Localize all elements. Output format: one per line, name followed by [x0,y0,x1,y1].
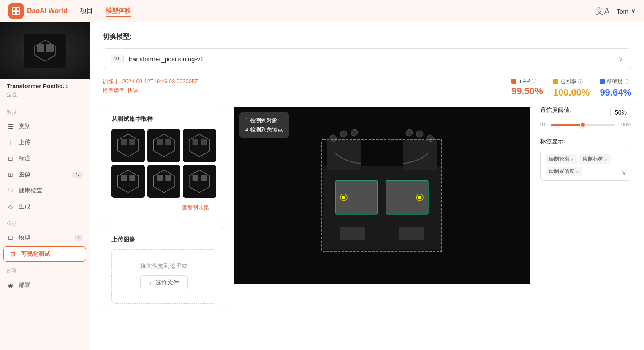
svg-rect-16 [165,139,171,145]
tag-confidence-close-icon[interactable]: × [576,169,579,174]
svg-rect-7 [46,44,54,52]
select-file-button[interactable]: ↑ 选择文件 [140,275,188,290]
tag-labels-close-icon[interactable]: × [605,157,607,162]
sidebar-item-model[interactable]: ⊟ 模型 1 [0,230,90,246]
visualtest-icon: ⊟ [9,250,16,258]
svg-rect-48 [399,227,424,240]
generate-icon: ◇ [7,203,14,211]
nav-item-model-experience[interactable]: 模型体验 [106,5,131,17]
nav-item-project[interactable]: 项目 [80,5,93,17]
user-name: Tom [617,8,628,15]
nav-user[interactable]: Tom ∨ [617,7,636,15]
svg-rect-21 [111,167,145,196]
svg-rect-23 [121,175,127,181]
svg-point-42 [427,135,434,142]
annotate-icon: ⊡ [7,155,14,162]
sidebar-item-categories[interactable]: ☰ 类别 [0,118,90,134]
sidebar-item-images[interactable]: ⊞ 图像 77 [0,167,90,183]
images-badge: 77 [72,172,83,178]
model-selector[interactable]: v1 transformer_positioning-v1 ∨ [103,48,631,69]
slider-row: 0% 100% [540,122,631,128]
svg-rect-1 [16,8,19,11]
confidence-section: 置信度阈值: 50% 0% 100% [540,107,631,128]
sidebar-item-visual-test[interactable]: ⊟ 可视化测试 [3,246,86,262]
train-type: 模型类型: 快速 [103,87,511,95]
svg-rect-4 [24,34,66,68]
confidence-header: 置信度阈值: 50% [540,107,631,118]
model-icon: ⊟ [7,234,14,241]
confidence-slider[interactable] [551,124,615,126]
svg-rect-6 [37,44,44,52]
slider-fill [551,124,583,126]
metric-map: mAP ⓘ 99.50% [511,78,543,98]
sidebar-item-upload[interactable]: ↑ 上传 [0,134,90,150]
svg-rect-9 [111,131,145,160]
upload-drop-area[interactable]: 将文件拖到这里或 ↑ 选择文件 [111,249,216,304]
svg-rect-31 [193,175,198,181]
svg-rect-29 [183,167,216,196]
svg-rect-2 [13,11,16,14]
tag-box: 绘制轮廓 × 绘制标签 × 绘制置信度 × [540,150,631,181]
svg-rect-0 [13,8,16,11]
slider-thumb [580,122,586,128]
sample-thumb-2[interactable] [147,129,181,162]
tag-display-label: 标签显示: [540,138,631,145]
slider-max-label: 100% [618,122,631,128]
svg-rect-3 [16,11,19,14]
tag-display-section: 标签显示: 绘制轮廓 × 绘制标签 × [540,138,631,181]
sidebar-item-deploy[interactable]: ◉ 部署 [0,277,90,293]
sample-panel-title: 从测试集中取样 [111,115,216,123]
sidebar-item-health[interactable]: ♡ 健康检查 [0,183,90,199]
svg-point-37 [330,135,337,142]
right-panel: 置信度阈值: 50% 0% 100% 标 [538,107,631,312]
svg-rect-25 [147,167,181,196]
sample-thumb-3[interactable] [183,129,216,162]
model-type-value: 快速 [128,88,139,94]
nav-logo[interactable]: DaoAI World [8,3,68,19]
left-panels: 从测试集中取样 [103,107,225,312]
tag-outline-close-icon[interactable]: × [571,157,573,162]
tag-item-labels: 绘制标签 × [579,154,611,164]
upload-panel-title: 上传图像 [111,236,216,243]
main-layout: Transformer Positio..: 定位 数据 ☰ 类别 ↑ 上传 ⊡… [0,22,644,350]
svg-rect-28 [165,175,171,181]
metric-recall-label: 召回率 ⓘ [553,78,590,85]
view-test-link[interactable]: 查看测试集 → [111,204,216,211]
svg-rect-44 [386,180,428,214]
nav-items: 项目 模型体验 [80,5,131,17]
confidence-label: 置信度阈值: [540,107,571,114]
metric-precision-value: 99.64% [600,87,631,98]
metric-precision-info-icon[interactable]: ⓘ [625,79,629,85]
translate-icon[interactable]: 文A [595,5,609,17]
svg-rect-35 [327,140,361,170]
train-date-label: 训练于: [103,78,121,85]
sample-thumb-4[interactable] [111,165,145,198]
sidebar-item-annotate[interactable]: ⊡ 标注 [0,150,90,167]
list-icon: ☰ [7,123,14,130]
svg-rect-24 [129,175,135,181]
tag-box-chevron-icon[interactable]: ∨ [622,168,627,176]
svg-rect-19 [193,139,198,145]
metric-map-info-icon[interactable]: ⓘ [532,78,536,84]
metric-map-label: mAP ⓘ [511,78,543,84]
health-icon: ♡ [7,187,14,194]
metric-precision-dot [600,79,605,84]
logo-text: DaoAI World [27,7,68,15]
sidebar-section-model: 模型 [0,215,90,230]
detection-keypoints: 4 检测到关键点 [245,125,283,134]
sample-thumb-5[interactable] [147,165,181,198]
svg-point-38 [340,131,347,137]
sidebar-item-generate[interactable]: ◇ 生成 [0,199,90,215]
svg-rect-27 [157,175,163,181]
svg-rect-32 [201,175,207,181]
model-type-label: 模型类型: [103,88,126,94]
metric-recall-info-icon[interactable]: ⓘ [578,79,583,85]
sample-thumb-6[interactable] [183,165,216,198]
sample-thumb-1[interactable] [111,129,145,162]
svg-point-40 [406,129,413,136]
svg-rect-11 [121,139,127,145]
svg-point-41 [416,131,423,137]
svg-rect-43 [335,180,378,214]
svg-rect-17 [183,131,216,160]
svg-rect-20 [201,139,207,145]
